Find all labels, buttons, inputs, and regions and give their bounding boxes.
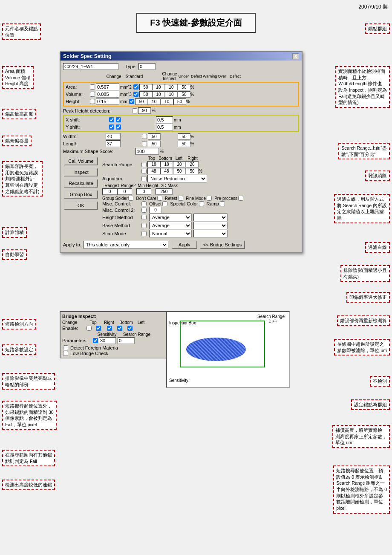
volume-over-input[interactable]	[178, 91, 190, 98]
area-over-input[interactable]	[178, 84, 190, 90]
width-defect-input[interactable]	[148, 133, 161, 140]
type-input[interactable]	[138, 63, 156, 70]
bridge-params-check[interactable]	[93, 338, 98, 343]
base-method-check[interactable]	[141, 223, 147, 228]
volume-inspect-check[interactable]	[133, 92, 138, 97]
search-right-input[interactable]	[186, 161, 199, 168]
search2-top-input[interactable]	[147, 168, 160, 174]
y-shift-change-check[interactable]	[109, 124, 114, 130]
range1-input[interactable]	[102, 188, 117, 195]
misc-control2-input[interactable]	[149, 207, 162, 213]
ann-no-inspect: 不檢測	[370, 376, 390, 387]
area-warn2-input[interactable]	[165, 84, 178, 90]
x-shift-input[interactable]	[156, 116, 173, 123]
retest-check[interactable]	[178, 196, 183, 201]
dialog-close-button[interactable]: X	[292, 53, 299, 59]
bridge-right-check[interactable]	[107, 326, 112, 331]
volume-warn2-input[interactable]	[165, 91, 178, 98]
y-shift-input[interactable]	[156, 124, 173, 130]
height-warn2-input[interactable]	[161, 98, 173, 105]
apply-button[interactable]: Apply	[172, 240, 197, 249]
search2-left-input[interactable]	[173, 168, 186, 174]
height-over-input[interactable]	[173, 98, 186, 105]
area-warn1-input[interactable]	[152, 84, 165, 90]
area-standard-input[interactable]	[96, 84, 119, 90]
bridge-search-range-input[interactable]	[118, 337, 135, 344]
algorithm-check[interactable]	[141, 176, 147, 181]
volume-standard-input[interactable]	[96, 91, 119, 98]
scan-mode-select[interactable]: Normal	[149, 230, 192, 237]
volume-defect-input[interactable]	[139, 91, 152, 98]
y-shift-inspect-check[interactable]	[116, 124, 121, 130]
area-defect-input[interactable]	[139, 84, 152, 90]
group-box-button[interactable]: Group Box	[64, 190, 98, 199]
volume-warn1-input[interactable]	[152, 91, 165, 98]
width-input[interactable]	[106, 133, 121, 140]
height-inspect-check[interactable]	[129, 99, 134, 104]
misc-control2-check[interactable]	[141, 208, 147, 213]
bridge-sensitivity-header: Sensitivity	[92, 332, 122, 337]
search2-right-input[interactable]	[186, 168, 199, 174]
base-method-select2[interactable]	[193, 222, 228, 229]
min-height-input[interactable]	[136, 188, 151, 195]
height-standard-input[interactable]	[96, 98, 119, 105]
misc-control-check[interactable]	[141, 201, 147, 206]
bridge-sensitivity-input[interactable]	[99, 337, 116, 344]
bridge-settings-button[interactable]: << Bridge Settings	[200, 240, 245, 249]
range2-input[interactable]	[117, 188, 132, 195]
search-top-input[interactable]	[147, 161, 160, 168]
ok-button[interactable]: OK	[64, 201, 98, 210]
bridge-bottom-check[interactable]	[117, 326, 122, 331]
height-method-select[interactable]: Average	[149, 214, 192, 221]
length-inspect-check[interactable]	[142, 141, 147, 146]
pre-process-check[interactable]	[238, 196, 243, 201]
area-inspect-check[interactable]	[133, 84, 138, 90]
length-over-input[interactable]	[178, 141, 190, 147]
search-left-input[interactable]	[173, 161, 186, 168]
dont-care-check[interactable]	[157, 196, 162, 201]
low-bridge-check[interactable]	[63, 351, 68, 356]
area-change-check[interactable]	[90, 84, 95, 90]
bridge-top-check[interactable]	[96, 326, 101, 331]
max-shape-input[interactable]	[135, 148, 159, 155]
peak-height-input[interactable]	[138, 107, 151, 114]
base-method-select[interactable]: Average	[149, 222, 192, 229]
recalculate-button[interactable]: Recalculate	[64, 179, 98, 188]
height-method-select2[interactable]	[193, 214, 228, 221]
offset-check[interactable]	[162, 201, 167, 206]
length-defect-input[interactable]	[148, 141, 161, 147]
ramp-check[interactable]	[220, 201, 225, 206]
height-warn1-input[interactable]	[148, 98, 161, 105]
search-range-check[interactable]	[141, 162, 147, 167]
2dmask-input[interactable]	[156, 188, 173, 195]
detect-foreign-check[interactable]	[63, 345, 68, 350]
bridge-left-check[interactable]	[127, 326, 133, 331]
bridge-enable-check[interactable]	[86, 326, 92, 331]
special-color-check[interactable]	[199, 201, 204, 206]
search-range2-check[interactable]	[141, 169, 147, 174]
component-name-input[interactable]	[63, 63, 118, 70]
cal-volume-button[interactable]: Cal. Volume	[64, 157, 98, 165]
height-defect-input[interactable]	[135, 98, 148, 105]
x-shift-change-check[interactable]	[109, 117, 114, 122]
search2-bottom-input[interactable]	[160, 168, 173, 174]
inspect-button[interactable]: Inspect	[64, 168, 98, 176]
ann-bridge-param: 短路參數設定	[2, 344, 36, 355]
bridge-left-header: Left	[135, 320, 147, 325]
width-over-input[interactable]	[178, 133, 190, 140]
width-inspect-check[interactable]	[142, 134, 147, 139]
scan-mode-select2[interactable]	[193, 230, 228, 237]
apply-dropdown[interactable]: This solder area only	[83, 241, 168, 249]
fine-mode-check[interactable]	[207, 196, 212, 201]
x-shift-inspect-check[interactable]	[116, 117, 121, 122]
scan-mode-label: Scan Mode	[102, 231, 141, 236]
length-input[interactable]	[106, 140, 121, 147]
height-change-check[interactable]	[90, 99, 95, 104]
peak-height-check[interactable]	[132, 108, 137, 113]
scan-mode-check[interactable]	[141, 231, 147, 236]
search-bottom-input[interactable]	[160, 161, 173, 168]
group-solder-check[interactable]	[128, 196, 133, 201]
height-method-check[interactable]	[141, 215, 147, 220]
volume-change-check[interactable]	[90, 92, 95, 97]
algorithm-select[interactable]: Noise Reduction	[147, 175, 207, 182]
